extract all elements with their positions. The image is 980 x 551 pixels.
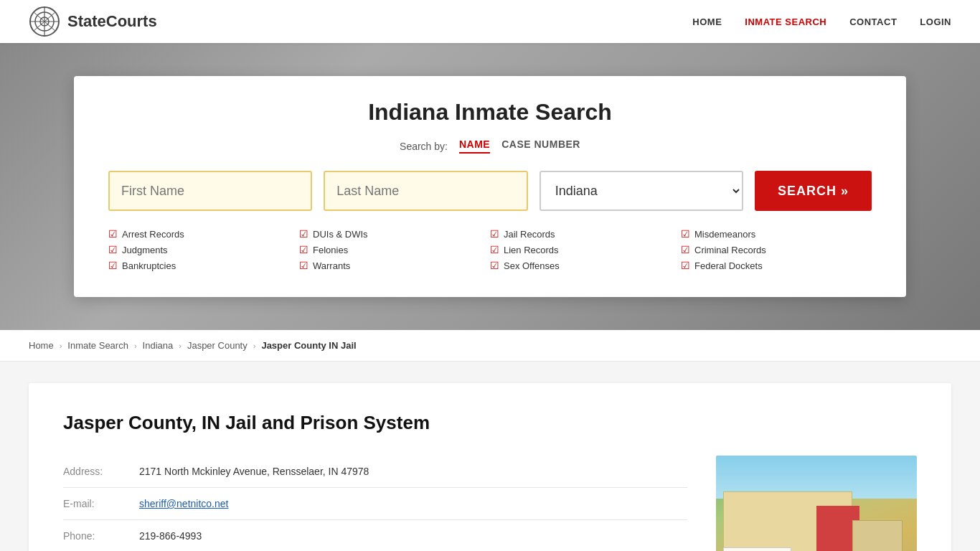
feature-misdemeanors: ☑ Misdemeanors [681, 228, 872, 240]
feature-label: Misdemeanors [694, 229, 755, 240]
check-icon: ☑ [490, 260, 499, 271]
info-table: Address: 2171 North Mckinley Avenue, Ren… [63, 456, 687, 551]
feature-label: Judgments [122, 245, 168, 255]
jail-sign: JASPER COUNTY SHERIFF'S DEPARTMENT [723, 547, 791, 551]
info-label-phone: Phone: [63, 530, 128, 542]
breadcrumb-jasper-county[interactable]: Jasper County [187, 340, 248, 351]
check-icon: ☑ [490, 228, 499, 240]
feature-lien-records: ☑ Lien Records [490, 244, 681, 255]
check-icon: ☑ [490, 244, 499, 255]
check-icon: ☑ [681, 244, 690, 255]
info-label-email: E-mail: [63, 498, 128, 509]
breadcrumb: Home › Inmate Search › Indiana › Jasper … [0, 330, 980, 362]
nav-inmate-search[interactable]: INMATE SEARCH [745, 17, 826, 27]
nav-login[interactable]: LOGIN [920, 17, 951, 27]
jail-photo: JASPER COUNTY SHERIFF'S DEPARTMENT [716, 456, 917, 551]
search-card-title: Indiana Inmate Search [108, 99, 872, 126]
info-layout: Address: 2171 North Mckinley Avenue, Ren… [63, 456, 917, 551]
feature-label: Lien Records [504, 245, 559, 255]
feature-label: Warrants [313, 260, 350, 271]
info-value-email[interactable]: sheriff@netnitco.net [139, 498, 228, 509]
info-label-address: Address: [63, 466, 128, 477]
state-select[interactable]: Indiana [540, 171, 743, 211]
search-fields-row: Indiana SEARCH » [108, 171, 872, 211]
hero-section: COURTHOUSE Indiana Inmate Search Search … [0, 43, 980, 330]
feature-arrest-records: ☑ Arrest Records [108, 228, 299, 240]
logo-text: StateCourts [67, 12, 157, 31]
info-value-phone: 219-866-4993 [139, 530, 202, 542]
feature-criminal-records: ☑ Criminal Records [681, 244, 872, 255]
content-title: Jasper County, IN Jail and Prison System [63, 412, 917, 434]
check-icon: ☑ [108, 260, 118, 271]
feature-bankruptcies: ☑ Bankruptcies [108, 260, 299, 271]
breadcrumb-indiana[interactable]: Indiana [143, 340, 174, 351]
check-icon: ☑ [299, 244, 308, 255]
info-row-email: E-mail: sheriff@netnitco.net [63, 488, 687, 520]
breadcrumb-sep-4: › [253, 342, 256, 350]
breadcrumb-sep-2: › [134, 342, 137, 350]
logo-link[interactable]: StateCourts [29, 6, 157, 37]
feature-label: Bankruptcies [122, 260, 176, 271]
header: StateCourts HOME INMATE SEARCH CONTACT L… [0, 0, 980, 43]
breadcrumb-home[interactable]: Home [29, 340, 54, 351]
breadcrumb-current: Jasper County IN Jail [261, 340, 356, 351]
check-icon: ☑ [108, 228, 118, 240]
feature-label: Jail Records [504, 229, 555, 240]
search-by-row: Search by: NAME CASE NUMBER [108, 138, 872, 154]
nav-home[interactable]: HOME [692, 17, 722, 27]
feature-label: Federal Dockets [694, 260, 763, 271]
content-card: Jasper County, IN Jail and Prison System… [29, 383, 951, 551]
search-card: Indiana Inmate Search Search by: NAME CA… [74, 76, 906, 297]
main-nav: HOME INMATE SEARCH CONTACT LOGIN [692, 17, 951, 27]
content-area: Jasper County, IN Jail and Prison System… [0, 362, 980, 551]
feature-label: Felonies [313, 245, 348, 255]
feature-label: Arrest Records [122, 229, 184, 240]
feature-jail-records: ☑ Jail Records [490, 228, 681, 240]
breadcrumb-sep-1: › [60, 342, 62, 350]
feature-federal-dockets: ☑ Federal Dockets [681, 260, 872, 271]
logo-icon [29, 6, 60, 37]
check-icon: ☑ [108, 244, 118, 255]
nav-contact[interactable]: CONTACT [849, 17, 897, 27]
check-icon: ☑ [681, 260, 690, 271]
feature-duis-dwis: ☑ DUIs & DWIs [299, 228, 490, 240]
feature-felonies: ☑ Felonies [299, 244, 490, 255]
check-icon: ☑ [299, 260, 308, 271]
feature-warrants: ☑ Warrants [299, 260, 490, 271]
check-icon: ☑ [681, 228, 690, 240]
info-value-address: 2171 North Mckinley Avenue, Rensselaer, … [139, 466, 369, 477]
info-row-address: Address: 2171 North Mckinley Avenue, Ren… [63, 456, 687, 488]
first-name-input[interactable] [108, 171, 312, 211]
breadcrumb-inmate-search[interactable]: Inmate Search [67, 340, 128, 351]
breadcrumb-sep-3: › [179, 342, 182, 350]
feature-sex-offenses: ☑ Sex Offenses [490, 260, 681, 271]
feature-label: Criminal Records [694, 245, 766, 255]
feature-judgments: ☑ Judgments [108, 244, 299, 255]
search-by-label: Search by: [400, 141, 448, 152]
check-icon: ☑ [299, 228, 308, 240]
feature-label: DUIs & DWIs [313, 229, 368, 240]
tab-case-number[interactable]: CASE NUMBER [501, 138, 580, 154]
features-grid: ☑ Arrest Records ☑ DUIs & DWIs ☑ Jail Re… [108, 228, 872, 271]
last-name-input[interactable] [324, 171, 527, 211]
search-button[interactable]: SEARCH » [755, 171, 872, 211]
info-row-phone: Phone: 219-866-4993 [63, 520, 687, 551]
tab-name[interactable]: NAME [459, 138, 490, 154]
photo-overlay: JASPER COUNTY SHERIFF'S DEPARTMENT [716, 456, 917, 551]
feature-label: Sex Offenses [504, 260, 560, 271]
